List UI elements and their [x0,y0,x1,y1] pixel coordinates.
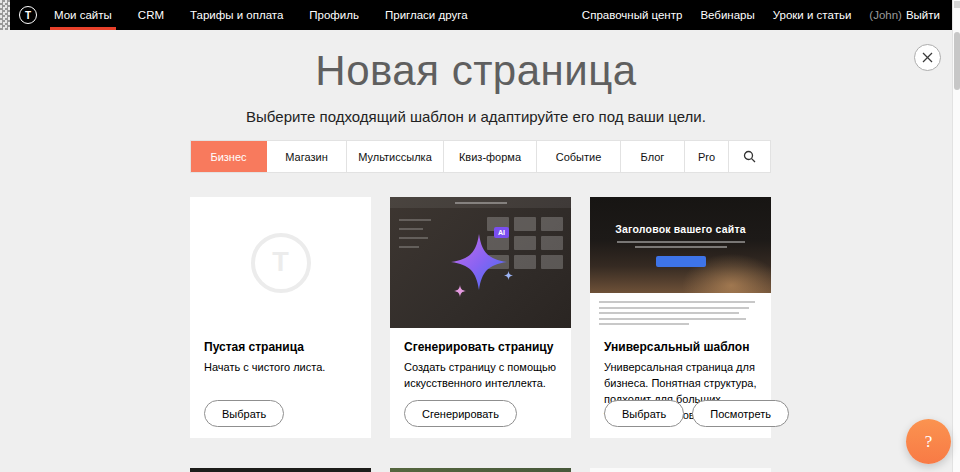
card-description: Создать страницу с помощью искусственног… [404,360,557,392]
nav-profile[interactable]: Профиль [305,0,363,30]
nav-webinars[interactable]: Вебинары [698,9,756,21]
ai-badge: AI [494,227,509,238]
card-buttons: Выбрать [204,400,284,427]
ai-preview: AI [390,197,571,328]
small-sparkle-icon [454,285,466,297]
template-card-blank[interactable]: T Пустая страница Начать с чистого листа… [190,197,371,438]
template-cards-row: T Пустая страница Начать с чистого листа… [190,197,771,438]
card-title: Универсальный шаблон [604,340,757,354]
template-card-generate[interactable]: AI Сгенерировать страницу Создать страни… [390,197,571,438]
topbar: T Мои сайты CRM Тарифы и оплата Профиль … [10,0,952,30]
account-name: (John) [869,9,902,21]
card-buttons: Сгенерировать [404,400,517,427]
preview-subtext-line [617,241,745,243]
nav-help-center[interactable]: Справочный центр [580,9,685,21]
card-title: Сгенерировать страницу [404,340,557,354]
preview-cta-button [656,256,706,267]
ai-preview-sidebar-lines [399,219,431,248]
card-body: Сгенерировать страницу Создать страницу … [390,328,571,392]
tab-blog[interactable]: Блог [621,141,685,172]
main-nav: Мои сайты CRM Тарифы и оплата Профиль Пр… [50,0,472,30]
template-card-next[interactable] [190,468,371,472]
card-title: Пустая страница [204,340,357,354]
universal-preview: Заголовок вашего сайта [590,197,771,328]
tilda-watermark-letter: T [272,247,289,278]
template-card-next[interactable] [590,468,771,472]
card-buttons: Выбрать Посмотреть [604,400,789,427]
nav-lessons[interactable]: Уроки и статьи [771,9,854,21]
tilda-logo-icon[interactable]: T [19,6,37,24]
search-icon [743,150,756,163]
template-category-tabs: Бизнес Магазин Мультиссылка Квиз-форма С… [190,140,771,173]
scrollbar-thumb[interactable] [954,32,960,90]
page-title: Новая страница [0,47,952,95]
next-template-row [190,468,771,472]
view-universal-button[interactable]: Посмотреть [692,400,789,427]
tab-event[interactable]: Событие [537,141,621,172]
preview-subtext-line [635,246,727,248]
tilda-logo-letter: T [25,10,31,21]
card-description: Начать с чистого листа. [204,360,357,376]
card-body: Пустая страница Начать с чистого листа. [190,328,371,376]
generate-button[interactable]: Сгенерировать [404,400,517,427]
app-root: T Мои сайты CRM Тарифы и оплата Профиль … [0,0,960,472]
scrollbar-track[interactable] [952,0,960,472]
template-card-universal[interactable]: Заголовок вашего сайта Универсальный шаб… [590,197,771,438]
template-card-next[interactable] [390,468,571,472]
choose-universal-button[interactable]: Выбрать [604,400,684,427]
tab-search[interactable] [729,141,770,172]
tilda-watermark-icon: T [251,233,311,293]
nav-logout[interactable]: (John) Выйти [867,9,942,21]
tab-quiz-form[interactable]: Квиз-форма [444,141,537,172]
corner-pattern [0,0,10,30]
universal-preview-hero: Заголовок вашего сайта [590,197,771,293]
nav-pricing[interactable]: Тарифы и оплата [186,0,287,30]
universal-preview-text [590,293,771,325]
tab-store[interactable]: Магазин [267,141,347,172]
nav-crm[interactable]: CRM [134,0,168,30]
nav-my-sites[interactable]: Мои сайты [50,0,116,30]
small-sparkle-icon [504,271,513,280]
scrollbar-up-button[interactable] [954,1,960,8]
help-button[interactable]: ? [906,419,951,464]
tab-multilink[interactable]: Мультиссылка [347,141,444,172]
choose-blank-button[interactable]: Выбрать [204,400,284,427]
nav-invite-friend[interactable]: Пригласи друга [381,0,472,30]
tab-pro[interactable]: Pro [685,141,729,172]
ai-sparkle-icon [451,234,507,290]
tab-business[interactable]: Бизнес [191,141,267,172]
page-subtitle: Выберите подходящий шаблон и адаптируйте… [0,108,952,125]
blank-preview: T [190,197,371,328]
topbar-right-nav: Справочный центр Вебинары Уроки и статьи… [580,9,942,21]
preview-heading: Заголовок вашего сайта [615,223,746,235]
logout-label: Выйти [906,9,940,21]
ai-preview-topbar [390,197,571,208]
